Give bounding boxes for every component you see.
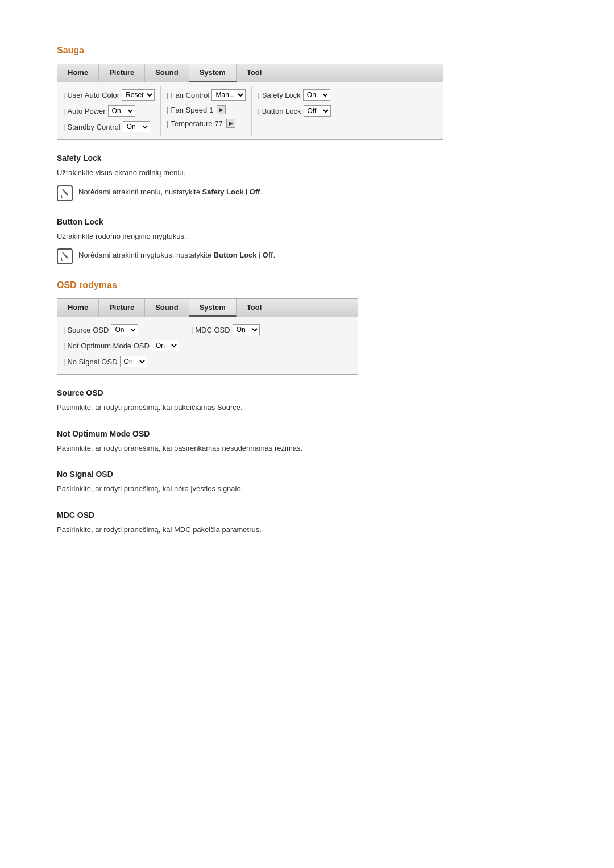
- source-osd-section: Source OSD Pasirinkite, ar rodyti praneš…: [57, 388, 557, 413]
- no-signal-osd-select[interactable]: OnOff: [120, 356, 147, 367]
- not-optimum-osd-label: Not Optimum Mode OSD: [63, 342, 150, 350]
- temperature-label: Temperature: [167, 119, 212, 128]
- osd-menu-body: Source OSD OnOff Not Optimum Mode OSD On…: [57, 317, 358, 374]
- fan-control-row: Fan Control Man...Auto: [167, 88, 246, 102]
- not-optimum-osd-row: Not Optimum Mode OSD OnOff: [63, 339, 179, 352]
- not-optimum-osd-description: Pasirinkite, ar rodyti pranešimą, kai pa…: [57, 443, 557, 454]
- source-osd-select[interactable]: OnOff: [111, 324, 138, 335]
- osd-tab-picture[interactable]: Picture: [99, 299, 145, 317]
- no-signal-osd-title: No Signal OSD: [57, 470, 557, 479]
- no-signal-osd-label: No Signal OSD: [63, 358, 118, 366]
- safety-lock-note-icon: [57, 185, 73, 201]
- source-osd-title: Source OSD: [57, 388, 557, 397]
- button-lock-note-text: Norėdami atrakinti mygtukus, nustatykite…: [78, 247, 275, 261]
- safety-lock-select[interactable]: OnOff: [303, 89, 330, 101]
- tab-system[interactable]: System: [189, 64, 237, 82]
- svg-marker-5: [62, 252, 68, 258]
- button-lock-note: Norėdami atrakinti mygtukus, nustatykite…: [57, 247, 557, 264]
- sauga-section: Sauga Home Picture Sound System Tool Use…: [57, 45, 557, 264]
- user-auto-color-label: User Auto Color: [63, 91, 119, 99]
- auto-power-select[interactable]: OnOff: [108, 105, 135, 117]
- not-optimum-osd-select[interactable]: OnOff: [152, 340, 179, 351]
- osd-menu-table: Home Picture Sound System Tool Source OS…: [57, 298, 358, 375]
- source-osd-label: Source OSD: [63, 326, 109, 334]
- mdc-osd-title: MDC OSD: [57, 510, 557, 520]
- button-lock-description: Užrakinkite rodomo įrenginio mygtukus.: [57, 231, 557, 242]
- svg-marker-1: [62, 189, 68, 195]
- sauga-col-2: Fan Control Man...Auto Fan Speed 1 ▶ Tem…: [161, 86, 252, 136]
- sauga-col-3: Safety Lock OnOff Button Lock OnOff: [252, 86, 336, 136]
- button-lock-row: Button Lock OnOff: [258, 104, 330, 118]
- osd-tab-tool[interactable]: Tool: [237, 299, 272, 317]
- osd-menu-header: Home Picture Sound System Tool: [57, 299, 358, 317]
- safety-lock-description: Užrakinkite visus ekrano rodinių meniu.: [57, 167, 557, 178]
- sauga-col-1: User Auto Color ResetOnOff Auto Power On…: [57, 86, 161, 136]
- tab-tool[interactable]: Tool: [237, 64, 272, 82]
- user-auto-color-row: User Auto Color ResetOnOff: [63, 88, 155, 102]
- osd-rodymas-section: OSD rodymas Home Picture Sound System To…: [57, 280, 557, 535]
- source-osd-description: Pasirinkite, ar rodyti pranešimą, kai pa…: [57, 402, 557, 413]
- sauga-title: Sauga: [57, 45, 557, 56]
- standby-control-label: Standby Control: [63, 123, 121, 131]
- safety-lock-section: Safety Lock Užrakinkite visus ekrano rod…: [57, 153, 557, 201]
- fan-control-select[interactable]: Man...Auto: [211, 89, 246, 101]
- source-osd-row: Source OSD OnOff: [63, 323, 179, 337]
- sauga-menu-table: Home Picture Sound System Tool User Auto…: [57, 64, 443, 140]
- mdc-osd-row: MDC OSD OnOff: [191, 323, 260, 337]
- no-signal-osd-row: No Signal OSD OnOff: [63, 355, 179, 368]
- osd-tab-home[interactable]: Home: [57, 299, 99, 317]
- osd-col-1: Source OSD OnOff Not Optimum Mode OSD On…: [57, 321, 185, 371]
- sauga-menu-header: Home Picture Sound System Tool: [57, 64, 443, 82]
- mdc-osd-section: MDC OSD Pasirinkite, ar rodyti pranešimą…: [57, 510, 557, 535]
- fan-control-label: Fan Control: [167, 91, 209, 99]
- safety-lock-label: Safety Lock: [258, 91, 300, 99]
- mdc-osd-label: MDC OSD: [191, 326, 230, 334]
- tab-picture[interactable]: Picture: [99, 64, 145, 82]
- standby-control-select[interactable]: OnOff: [123, 121, 150, 132]
- auto-power-label: Auto Power: [63, 107, 106, 115]
- fan-speed-row: Fan Speed 1 ▶: [167, 104, 246, 115]
- tab-home[interactable]: Home: [57, 64, 99, 82]
- temperature-row: Temperature 77 ▶: [167, 118, 246, 129]
- button-lock-title: Button Lock: [57, 217, 557, 226]
- not-optimum-osd-section: Not Optimum Mode OSD Pasirinkite, ar rod…: [57, 429, 557, 454]
- button-lock-section: Button Lock Užrakinkite rodomo įrenginio…: [57, 217, 557, 265]
- no-signal-osd-section: No Signal OSD Pasirinkite, ar rodyti pra…: [57, 470, 557, 495]
- temperature-arrow[interactable]: ▶: [226, 119, 235, 128]
- safety-lock-row: Safety Lock OnOff: [258, 88, 330, 102]
- sauga-menu-body: User Auto Color ResetOnOff Auto Power On…: [57, 82, 443, 139]
- fan-speed-value: 1: [209, 106, 213, 114]
- fan-speed-label: Fan Speed: [167, 106, 207, 114]
- button-lock-note-icon: [57, 248, 73, 264]
- standby-control-row: Standby Control OnOff: [63, 120, 155, 134]
- mdc-osd-description: Pasirinkite, ar rodyti pranešimą, kai MD…: [57, 524, 557, 535]
- safety-lock-title: Safety Lock: [57, 153, 557, 163]
- osd-tab-system[interactable]: System: [189, 299, 237, 317]
- mdc-osd-select[interactable]: OnOff: [233, 324, 260, 335]
- tab-sound[interactable]: Sound: [145, 64, 189, 82]
- not-optimum-osd-title: Not Optimum Mode OSD: [57, 429, 557, 438]
- button-lock-label: Button Lock: [258, 107, 301, 115]
- osd-tab-sound[interactable]: Sound: [145, 299, 189, 317]
- pencil-icon-2: [60, 251, 70, 261]
- button-lock-select[interactable]: OnOff: [304, 105, 331, 117]
- user-auto-color-select[interactable]: ResetOnOff: [122, 89, 155, 101]
- auto-power-row: Auto Power OnOff: [63, 104, 155, 118]
- no-signal-osd-description: Pasirinkite, ar rodyti pranešimą, kai nė…: [57, 483, 557, 495]
- safety-lock-note: Norėdami atrakinti meniu, nustatykite Sa…: [57, 184, 557, 201]
- safety-lock-note-text: Norėdami atrakinti meniu, nustatykite Sa…: [78, 184, 262, 198]
- osd-rodymas-title: OSD rodymas: [57, 280, 557, 290]
- pencil-icon: [60, 188, 70, 198]
- fan-speed-arrow[interactable]: ▶: [217, 105, 226, 114]
- temperature-value: 77: [215, 119, 223, 128]
- osd-col-2: MDC OSD OnOff: [185, 321, 265, 371]
